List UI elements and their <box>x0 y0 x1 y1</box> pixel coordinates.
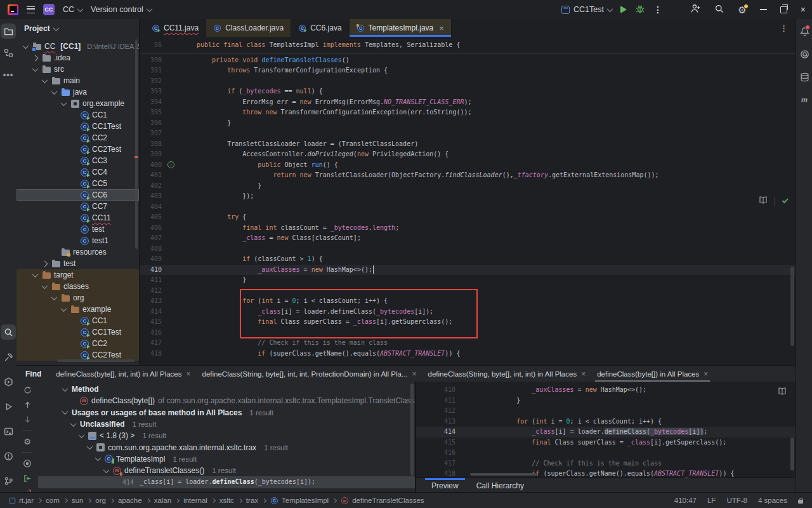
indent-widget[interactable]: 4 spaces <box>758 497 787 504</box>
preview-toggle-icon[interactable] <box>22 458 32 469</box>
code-line-409[interactable]: 409 if (classCount > 1) { <box>140 254 796 265</box>
project-horizontal-scrollbar[interactable] <box>57 359 134 362</box>
code-line-400[interactable]: 400↑ public Object run() { <box>140 160 796 171</box>
code-line-407[interactable]: 407 _class = new Class[classCount]; <box>140 233 796 244</box>
preview-line-413[interactable]: 413 for (int i = 0; i < classCount; i++)… <box>416 417 796 427</box>
code-with-me-icon[interactable] <box>690 3 701 16</box>
find-result-row[interactable]: TemplatesImpl1 result <box>38 453 415 465</box>
code-line-394[interactable]: 394 ErrorMsg err = new ErrorMsg(ErrorMsg… <box>140 97 796 108</box>
code-line-403[interactable]: 403 }); <box>140 191 796 202</box>
tree-item-CC1[interactable]: CC1 <box>16 109 139 121</box>
breadcrumb-item[interactable]: sun <box>72 497 84 504</box>
code-line-395[interactable]: 395 throw new TransformerConfigurationEx… <box>140 107 796 118</box>
preview-line-410[interactable]: 410 _auxClasses = new HashMap<>(); <box>416 385 796 396</box>
find-tab[interactable]: defineClass(byte[]) in All Places× <box>591 366 714 382</box>
code-line-405[interactable]: 405 try { <box>140 212 796 223</box>
terminal-tool-button[interactable] <box>1 424 16 439</box>
chevron-down-icon[interactable] <box>62 408 68 415</box>
find-tab[interactable]: defineClass(byte[], int, int) in All Pla… <box>50 366 196 382</box>
tree-item-CC2Test[interactable]: CC2Test <box>16 144 139 155</box>
code-line-406[interactable]: 406 final int classCount = _bytecodes.le… <box>140 223 796 234</box>
code-line-410[interactable]: 410 _auxClasses = new HashMap<>(); <box>140 265 796 276</box>
tree-item-CC2[interactable]: CC2 <box>16 338 139 349</box>
tree-item-target[interactable]: target <box>16 269 139 281</box>
find-result-row[interactable]: com.sun.org.apache.xalan.internal.xsltc.… <box>38 441 415 453</box>
tree-item-test[interactable]: test <box>16 224 139 235</box>
tree-item-src[interactable]: src <box>16 64 139 75</box>
next-occurrence-icon[interactable] <box>22 414 32 424</box>
database-tool-icon[interactable] <box>797 69 812 84</box>
caret-position-widget[interactable]: 410:47 <box>674 497 697 504</box>
chevron-down-icon[interactable] <box>86 443 93 450</box>
breadcrumb-item[interactable]: rt.jar <box>9 497 34 504</box>
chevron-down-icon[interactable] <box>61 305 67 312</box>
tree-item-test[interactable]: test <box>16 258 139 269</box>
chevron-down-icon[interactable] <box>42 77 48 83</box>
reader-mode-icon[interactable] <box>759 196 768 206</box>
notifications-bell-icon[interactable] <box>797 23 812 39</box>
structure-tool-button[interactable] <box>1 45 16 60</box>
main-menu-icon[interactable] <box>27 6 35 13</box>
code-line-390[interactable]: 390 private void defineTransletClasses() <box>140 55 796 66</box>
code-line-398[interactable]: 398 TransletClassLoader loader = (Transl… <box>140 139 796 150</box>
debug-button[interactable] <box>635 4 645 16</box>
chevron-down-icon[interactable] <box>23 43 29 49</box>
code-editor[interactable]: 389 */390 private void defineTransletCla… <box>140 37 796 365</box>
breadcrumb-item[interactable]: TemplatesImpl <box>270 497 329 505</box>
breadcrumb-item[interactable]: apache <box>118 497 142 504</box>
chevron-down-icon[interactable] <box>95 455 101 462</box>
find-settings-icon[interactable]: ⚙ <box>22 436 32 446</box>
code-line-417[interactable]: 417 // Check if this is the main class <box>140 338 796 349</box>
tree-item-CC11[interactable]: CC11 <box>16 212 139 224</box>
tree-item-java[interactable]: java <box>16 86 139 98</box>
close-tab-icon[interactable]: × <box>186 370 190 378</box>
editor-scrollbar-thumb[interactable] <box>790 267 794 346</box>
chevron-right-icon[interactable] <box>32 55 39 61</box>
find-tab[interactable]: defineClass(String, byte[], int, int) in… <box>422 366 592 382</box>
find-result-row[interactable]: 414_class[i] = loader.defineClass(_bytec… <box>38 476 415 488</box>
code-line-393[interactable]: 393 if (_bytecodes == null) { <box>140 86 796 97</box>
tree-item-CC1[interactable]: CC1 <box>16 315 139 326</box>
more-tool-windows-button[interactable]: ••• <box>1 67 16 82</box>
code-line-396[interactable]: 396 } <box>140 118 796 129</box>
preview-line-415[interactable]: 415 final Class superClass = _class[i].g… <box>416 438 796 448</box>
find-tool-button[interactable] <box>1 324 16 340</box>
tab-call-hierarchy[interactable]: Call Hierarchy <box>470 478 530 493</box>
tree-item-main[interactable]: main <box>16 75 139 86</box>
tab-CC11.java[interactable]: CC11.java <box>145 19 206 37</box>
chevron-down-icon[interactable] <box>62 385 68 392</box>
preview-horizontal-scrollbar[interactable] <box>470 473 537 476</box>
tab-CC6.java[interactable]: CC6.java <box>291 19 349 37</box>
chevron-down-icon[interactable] <box>32 271 39 277</box>
ai-assistant-icon[interactable] <box>797 46 812 62</box>
chevron-down-icon[interactable] <box>51 88 58 95</box>
tree-item-CC5[interactable]: CC5 <box>16 178 139 189</box>
find-result-row[interactable]: Method <box>38 384 415 395</box>
breadcrumb-item[interactable]: org <box>95 497 106 504</box>
encoding-widget[interactable]: UTF-8 <box>726 497 747 504</box>
breadcrumb-item[interactable]: xalan <box>154 497 172 504</box>
reader-mode-icon[interactable] <box>778 387 787 398</box>
chevron-down-icon[interactable] <box>32 65 39 72</box>
find-result-row[interactable]: Unclassified1 result <box>38 418 415 430</box>
tab-TemplatesImpl.java[interactable]: TemplatesImpl.java× <box>350 19 452 37</box>
preview-vertical-scrollbar[interactable] <box>790 438 794 471</box>
override-gutter-icon[interactable]: ↑ <box>167 161 174 168</box>
code-line-418[interactable]: 418 if (superClass.getName().equals(ABST… <box>140 349 796 359</box>
inspections-ok-icon[interactable] <box>781 196 789 206</box>
code-line-401[interactable]: 401 return new TransletClassLoader(Objec… <box>140 170 796 181</box>
project-tool-button[interactable] <box>1 23 16 39</box>
tab-preview[interactable]: Preview <box>425 478 465 493</box>
line-separator-widget[interactable]: LF <box>707 497 716 504</box>
tree-item-test1[interactable]: test1 <box>16 235 139 246</box>
tree-item-CC[interactable]: CC[CC1]D:\IntelliJ IDEA 2024.3.7\ <box>16 41 139 52</box>
chevron-down-icon[interactable] <box>103 467 109 473</box>
close-window-button[interactable]: × <box>801 5 806 14</box>
code-line-404[interactable]: 404 <box>140 202 796 213</box>
minimize-button[interactable] <box>760 9 767 10</box>
find-tab[interactable]: defineClass(String, byte[], int, int, Pr… <box>197 366 422 382</box>
tree-item-CC2[interactable]: CC2 <box>16 132 139 144</box>
chevron-down-icon[interactable] <box>51 294 58 300</box>
close-tab-icon[interactable]: × <box>704 370 708 378</box>
tree-item-CC1Test[interactable]: CC1Test <box>16 121 139 132</box>
